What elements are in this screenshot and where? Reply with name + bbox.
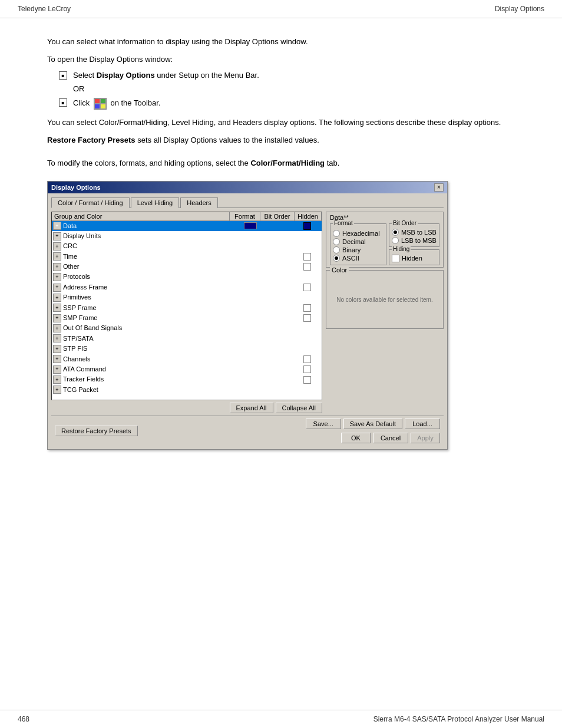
hiding-checkbox-item[interactable]: Hidden (392, 255, 437, 262)
radio-decimal-circle[interactable] (333, 238, 340, 245)
radio-lsb-circle[interactable] (392, 237, 399, 244)
tree-label-stp-sata: STP/SATA (63, 334, 229, 343)
tree-item-channels[interactable]: + Channels (52, 354, 322, 364)
cancel-button[interactable]: Cancel (373, 433, 408, 443)
bit-order-radio-group: MSB to LSB LSB to MSB (392, 229, 437, 244)
bullet-item-2: ■ Click on the Toolbar. (59, 98, 515, 110)
tree-item-ssp-frame[interactable]: + SSP Frame (52, 303, 322, 313)
page-footer: 468 Sierra M6-4 SAS/SATA Protocol Analyz… (0, 710, 562, 728)
radio-binary-circle[interactable] (333, 246, 340, 253)
expand-icon-ssp-frame[interactable]: + (53, 304, 61, 312)
tree-label-out-of-band: Out Of Band Signals (63, 324, 229, 332)
tree-checkbox-ssp-frame[interactable] (303, 304, 311, 312)
format-radio-group: Hexadecimal Decimal Binary (333, 230, 384, 262)
tree-col-hidden: Hidden (295, 212, 322, 220)
tree-item-tracker-fields[interactable]: + Tracker Fields (52, 374, 322, 384)
tree-item-out-of-band[interactable]: + Out Of Band Signals (52, 323, 322, 333)
save-button[interactable]: Save... (306, 419, 341, 429)
footer-bottom-row: OK Cancel Apply (341, 433, 440, 443)
tree-label-ssp-frame: SSP Frame (63, 304, 229, 312)
tree-item-stp-sata[interactable]: + STP/SATA (52, 334, 322, 344)
para4-bold: Restore Factory Presets (47, 136, 135, 144)
tree-item-display-units[interactable]: + Display Units (52, 231, 322, 241)
tree-item-data[interactable]: + Data (52, 221, 322, 231)
format-radio-hex[interactable]: Hexadecimal (333, 230, 384, 237)
tab-headers[interactable]: Headers (180, 197, 218, 208)
color-group-title: Color (330, 266, 349, 274)
hiding-group: Hiding Hidden (389, 249, 439, 265)
left-panel: Group and Color Format Bit Order Hidden … (51, 212, 322, 413)
tree-item-other[interactable]: + Other (52, 262, 322, 272)
tree-label-data: Data (63, 222, 229, 230)
expand-icon-ata-command[interactable]: + (53, 365, 61, 374)
expand-icon-data[interactable]: + (53, 222, 61, 230)
color-group: Color No colors available for selected i… (326, 270, 444, 329)
format-group: Format Hexadecimal Decimal (330, 223, 386, 265)
radio-ascii-circle[interactable] (333, 255, 340, 262)
tree-item-crc[interactable]: + CRC (52, 241, 322, 251)
expand-icon-stp-sata[interactable]: + (53, 334, 61, 342)
collapse-all-button[interactable]: Collapse All (276, 403, 322, 413)
tree-col-bitorder: Bit Order (260, 212, 295, 220)
dialog-close-button[interactable]: × (434, 183, 444, 192)
expand-icon-crc[interactable]: + (53, 242, 61, 251)
tree-item-ata-command[interactable]: + ATA Command (52, 364, 322, 374)
expand-icon-out-of-band[interactable]: + (53, 324, 61, 332)
expand-icon-display-units[interactable]: + (53, 232, 61, 241)
tree-checkbox-address-frame[interactable] (303, 284, 311, 291)
tree-item-time[interactable]: + Time (52, 252, 322, 262)
tree-checkbox-channels[interactable] (303, 355, 311, 363)
tree-item-smp-frame[interactable]: + SMP Frame (52, 313, 322, 323)
tree-label-channels: Channels (63, 355, 229, 364)
bullet-item-1: ■ Select Display Options under Setup on … (59, 71, 515, 80)
tree-item-stp-fis[interactable]: + STP FIS (52, 344, 322, 354)
or-text: OR (73, 84, 515, 93)
hiding-checkbox[interactable] (392, 255, 399, 262)
tree-checkbox-data[interactable] (303, 222, 311, 230)
tree-header: Group and Color Format Bit Order Hidden (52, 212, 322, 221)
para2: To open the Display Options window: (47, 54, 515, 65)
load-button[interactable]: Load... (405, 419, 440, 429)
save-as-default-button[interactable]: Save As Default (343, 419, 402, 429)
expand-icon-tcg-packet[interactable]: + (53, 386, 61, 394)
tree-panel: Group and Color Format Bit Order Hidden … (51, 212, 322, 400)
radio-hex-circle[interactable] (333, 230, 340, 237)
tree-item-address-frame[interactable]: + Address Frame (52, 282, 322, 292)
format-radio-binary[interactable]: Binary (333, 246, 384, 253)
tree-checkbox-time[interactable] (303, 253, 311, 261)
tree-item-tcg-packet[interactable]: + TCG Packet (52, 385, 322, 395)
apply-button[interactable]: Apply (411, 433, 440, 443)
expand-icon-channels[interactable]: + (53, 355, 61, 363)
format-radio-ascii[interactable]: ASCII (333, 255, 384, 262)
ok-button[interactable]: OK (341, 433, 371, 443)
expand-icon-stp-fis[interactable]: + (53, 345, 61, 353)
restore-factory-presets-button[interactable]: Restore Factory Presets (55, 426, 138, 436)
expand-icon-time[interactable]: + (53, 252, 61, 261)
tree-checkbox-ata-command[interactable] (303, 365, 311, 373)
header-right: Display Options (495, 5, 544, 13)
expand-icon-other[interactable]: + (53, 263, 61, 271)
dialog-main-content: Group and Color Format Bit Order Hidden … (51, 212, 444, 413)
tree-checkbox-tracker-fields[interactable] (303, 376, 311, 384)
expand-all-button[interactable]: Expand All (230, 403, 273, 413)
intro-section: You can select what information to displ… (47, 36, 515, 146)
tree-checkbox-other[interactable] (303, 263, 311, 271)
expand-icon-smp-frame[interactable]: + (53, 314, 61, 322)
radio-msb-circle[interactable] (392, 229, 399, 236)
tab-level-hiding[interactable]: Level Hiding (131, 197, 180, 208)
bullet-icon-1: ■ (59, 71, 67, 80)
expand-icon-protocols[interactable]: + (53, 273, 61, 281)
expand-icon-primitives[interactable]: + (53, 294, 61, 302)
expand-icon-tracker-fields[interactable]: + (53, 375, 61, 384)
tree-item-protocols[interactable]: + Protocols (52, 272, 322, 282)
tab-color-format-hiding[interactable]: Color / Format / Hiding (51, 197, 130, 208)
format-radio-decimal[interactable]: Decimal (333, 238, 384, 245)
expand-icon-address-frame[interactable]: + (53, 284, 61, 292)
tree-checkbox-smp-frame[interactable] (303, 314, 311, 322)
tree-label-primitives: Primitives (63, 293, 229, 302)
tree-bottom-buttons: Expand All Collapse All (51, 403, 322, 413)
bitorder-radio-msb[interactable]: MSB to LSB (392, 229, 437, 236)
tree-items: + Data (52, 221, 322, 396)
tree-item-primitives[interactable]: + Primitives (52, 292, 322, 302)
bitorder-radio-lsb[interactable]: LSB to MSB (392, 237, 437, 244)
